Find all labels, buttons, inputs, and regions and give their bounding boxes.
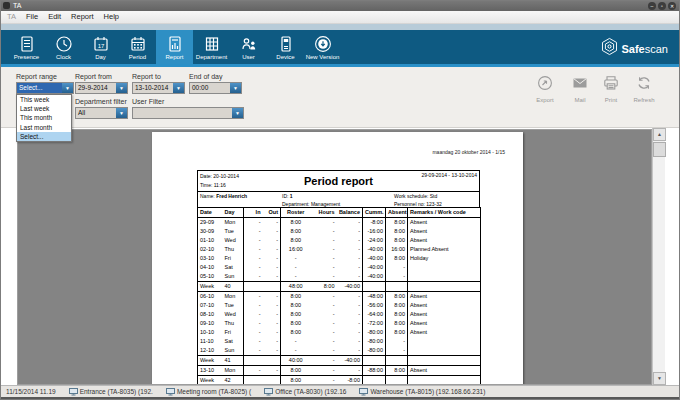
page-info: maandag 20 oktober 2014 - 1/15	[432, 149, 505, 155]
filter-panel: Report range Report from Report to End o…	[0, 67, 680, 128]
brand-bold: Safe	[622, 43, 645, 55]
table-row: 06-10Mon--8:00---48:008:00Absent	[198, 292, 481, 302]
window-title: TA	[13, 0, 21, 11]
title-bar: TA – ▫ ✕	[0, 0, 680, 11]
print-icon	[603, 75, 619, 95]
table-row: Week4048:008:00-40:00	[198, 282, 481, 292]
terminal-icon	[359, 388, 368, 396]
report-range-label: Report range	[16, 73, 57, 80]
terminal-icon	[69, 388, 78, 396]
table-row: 30-09Tue--8:00---16:008:00Absent	[198, 227, 481, 236]
user-filter-label: User Filter	[132, 98, 164, 105]
toolbar-item-report[interactable]: Report	[156, 30, 193, 64]
chevron-down-icon[interactable]: ▼	[62, 83, 73, 93]
menu-ta: TA	[2, 11, 21, 23]
employee-work-schedule: Work schedule: Std	[394, 193, 477, 201]
menu-report[interactable]: Report	[66, 11, 99, 23]
toolbar-item-device[interactable]: Device	[267, 30, 304, 64]
table-row: Week428:00--8:00	[198, 376, 481, 386]
chevron-down-icon[interactable]: ▼	[116, 83, 127, 93]
report-page: maandag 20 oktober 2014 - 1/15 Date: 20-…	[152, 132, 523, 385]
table-row: 10-10Fri--8:00---80:008:00Absent	[198, 328, 481, 337]
report-from-select[interactable]: 29-9-2014 ▼	[75, 82, 128, 94]
report-range-dropdown-list: This week Last week This month Last mont…	[16, 94, 72, 142]
close-button[interactable]: ✕	[668, 2, 676, 10]
table-row: Week4140:00--40:00	[198, 356, 481, 366]
department-icon	[203, 35, 221, 53]
table-row: 12-10Sun------80:00-	[198, 346, 481, 356]
employee-info-box: Name: Fred Henrich ID: 1 Work schedule: …	[197, 191, 480, 208]
new-version-icon	[314, 35, 332, 53]
report-range: 29-09-2014 - 13-10-2014	[399, 171, 479, 191]
minimize-button[interactable]: –	[648, 2, 656, 10]
safescan-logo: Safescan	[600, 37, 669, 60]
table-row: 07-10Tue--8:00---56:008:00Absent	[198, 301, 481, 310]
status-device-entrance: Entrance (TA-8035) (192.	[69, 388, 153, 396]
chevron-down-icon[interactable]: ▼	[232, 108, 243, 118]
mail-icon	[572, 75, 588, 95]
toolbar-item-user[interactable]: User	[230, 30, 267, 64]
toolbar-item-clock[interactable]: Clock	[45, 30, 82, 64]
vertical-scrollbar[interactable]: ▲ ▼	[652, 128, 665, 385]
end-of-day-select[interactable]: 00:00 ▼	[189, 82, 242, 94]
table-row: 05-10Sun------40:00-	[198, 272, 481, 282]
brand-light: scan	[645, 43, 668, 55]
chevron-down-icon[interactable]: ▼	[173, 83, 184, 93]
table-row: 11-10Sat------80:00-	[198, 337, 481, 346]
mail-button[interactable]: Mail	[563, 75, 597, 103]
svg-text:17: 17	[97, 42, 104, 48]
table-row: 13-10Mon--8:00---88:008:00Absent	[198, 366, 481, 376]
preview-canvas: maandag 20 oktober 2014 - 1/15 Date: 20-…	[17, 129, 652, 385]
presence-icon	[18, 35, 36, 53]
report-preview-area: maandag 20 oktober 2014 - 1/15 Date: 20-…	[0, 128, 680, 385]
scroll-up-icon[interactable]: ▲	[653, 128, 666, 141]
dropdown-option-select[interactable]: Select...	[17, 132, 71, 141]
toolbar-item-day[interactable]: 17 Day	[82, 30, 119, 64]
toolbar-item-new-version[interactable]: New Version	[304, 30, 341, 64]
safescan-logo-icon	[600, 37, 619, 60]
chevron-down-icon[interactable]: ▼	[116, 108, 127, 118]
dropdown-option-last-month[interactable]: Last month	[17, 123, 71, 132]
menu-help[interactable]: Help	[99, 11, 124, 23]
department-filter-select[interactable]: All ▼	[75, 107, 128, 119]
toolbar-item-period[interactable]: Period	[119, 30, 156, 64]
menu-file[interactable]: File	[21, 11, 43, 23]
report-to-label: Report to	[132, 73, 161, 80]
dropdown-option-this-week[interactable]: This week	[17, 95, 71, 104]
export-button[interactable]: Export	[528, 75, 562, 103]
table-row: 08-10Wed--8:00---64:008:00Absent	[198, 310, 481, 319]
table-row: 03-10Fri------40:008:00Holiday	[198, 254, 481, 263]
refresh-button[interactable]: Refresh	[627, 75, 661, 103]
dropdown-option-last-week[interactable]: Last week	[17, 104, 71, 113]
chevron-down-icon[interactable]: ▼	[230, 83, 241, 93]
table-row: 02-10Thu--16:00---40:0016:00Planned Abse…	[198, 245, 481, 254]
print-button[interactable]: Print	[594, 75, 628, 103]
toolbar-item-department[interactable]: Department	[193, 30, 230, 64]
table-row: 01-10Wed--8:00---24:008:00Absent	[198, 236, 481, 245]
report-title: Period report	[278, 171, 399, 191]
user-filter-select[interactable]: ▼	[132, 107, 244, 119]
menu-bar: TA File Edit Report Help	[0, 11, 680, 24]
main-toolbar: Presence Clock 17 Day Period Report Depa…	[0, 30, 680, 64]
maximize-button[interactable]: ▫	[658, 2, 666, 10]
report-icon	[166, 35, 184, 53]
table-row: 09-10Thu--8:00---72:008:00Absent	[198, 319, 481, 328]
report-from-label: Report from	[75, 73, 112, 80]
users-icon	[240, 35, 258, 53]
table-header-row: DateDayInOutRosterHoursBalanceCumm.Absen…	[198, 208, 481, 218]
status-bar: 11/15/2014 11.19 Entrance (TA-8035) (192…	[0, 385, 680, 397]
window-controls: – ▫ ✕	[648, 2, 676, 10]
toolbar-item-presence[interactable]: Presence	[8, 30, 45, 64]
report-to-select[interactable]: 13-10-2014 ▼	[132, 82, 185, 94]
clock-icon	[55, 35, 73, 53]
report-range-select[interactable]: Select... ▼	[16, 82, 74, 94]
employee-name: Name: Fred Henrich	[200, 193, 282, 201]
scroll-down-icon[interactable]: ▼	[653, 372, 666, 385]
scrollbar-thumb[interactable]	[653, 142, 666, 157]
table-row: 04-10Sat------40:00-	[198, 263, 481, 272]
menu-edit[interactable]: Edit	[43, 11, 66, 23]
employee-id: ID: 1	[282, 193, 394, 201]
report-time: Time: 11:16	[200, 181, 276, 190]
terminal-icon	[166, 388, 175, 396]
dropdown-option-this-month[interactable]: This month	[17, 113, 71, 122]
